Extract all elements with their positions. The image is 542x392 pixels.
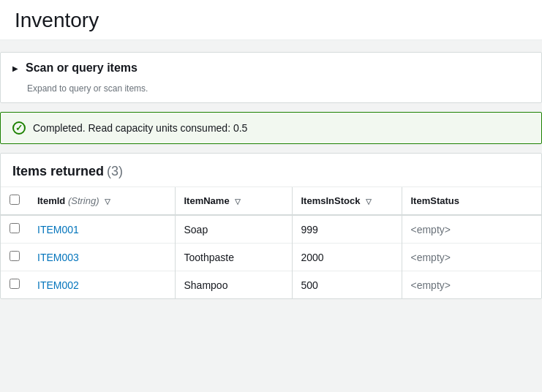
row-itemstatus: <empty> [402,215,541,244]
empty-value: <empty> [411,224,451,235]
scan-panel: ▶ Scan or query items Expand to query or… [0,52,542,103]
content-area: ▶ Scan or query items Expand to query or… [0,40,542,311]
col-header-itemid: ItemId (String) ▽ [29,187,175,215]
items-title: Items returned [12,164,104,178]
row-checkbox-0[interactable] [10,223,20,233]
page-title: Inventory [15,9,527,32]
empty-value: <empty> [411,252,451,263]
items-header: Items returned (3) [1,154,541,187]
expand-icon: ▶ [12,64,18,72]
select-all-checkbox[interactable] [10,195,20,205]
table-row: ITEM002Shampoo500<empty> [1,271,541,299]
col-type-itemid: (String) [68,195,99,206]
status-panel: ✓ Completed. Read capacity units consume… [0,112,542,144]
scan-panel-subtitle: Expand to query or scan items. [1,83,541,102]
row-checkbox-cell [1,215,29,244]
col-header-itemstatus: ItemStatus [402,187,541,215]
row-itemname: Shampoo [175,271,292,299]
row-itemname: Toothpaste [175,244,292,271]
scan-panel-header[interactable]: ▶ Scan or query items [1,53,541,83]
row-itemstatus: <empty> [402,244,541,271]
sort-icon-itemid[interactable]: ▽ [105,197,110,206]
row-itemsinstock: 999 [292,215,402,244]
row-itemstatus: <empty> [402,271,541,299]
item-link-ITEM001[interactable]: ITEM001 [37,224,79,235]
table-body: ITEM001Soap999<empty>ITEM003Toothpaste20… [1,215,541,298]
col-header-itemsinstock: ItemsInStock ▽ [292,187,402,215]
row-checkbox-cell [1,271,29,299]
item-link-ITEM003[interactable]: ITEM003 [37,252,79,263]
items-panel: Items returned (3) ItemId (String) ▽ [0,153,542,299]
row-itemsinstock: 500 [292,271,402,299]
item-link-ITEM002[interactable]: ITEM002 [37,279,79,291]
items-count: (3) [107,164,123,178]
row-checkbox-1[interactable] [10,251,20,261]
table-wrapper: ItemId (String) ▽ ItemName ▽ ItemsInStoc… [1,187,541,298]
status-text: Completed. Read capacity units consumed:… [33,122,247,134]
items-table: ItemId (String) ▽ ItemName ▽ ItemsInStoc… [1,187,541,298]
page-header: Inventory [0,0,542,40]
col-header-itemname: ItemName ▽ [175,187,292,215]
row-checkbox-2[interactable] [10,279,20,289]
sort-icon-itemname[interactable]: ▽ [235,197,241,206]
row-itemid: ITEM002 [29,271,175,299]
scan-panel-title: Scan or query items [26,61,138,75]
sort-icon-itemsinstock[interactable]: ▽ [366,197,372,206]
table-row: ITEM003Toothpaste2000<empty> [1,244,541,271]
row-checkbox-cell [1,244,29,271]
table-header-row: ItemId (String) ▽ ItemName ▽ ItemsInStoc… [1,187,541,215]
row-itemid: ITEM001 [29,215,175,244]
col-header-checkbox [1,187,29,215]
empty-value: <empty> [411,279,451,291]
row-itemname: Soap [175,215,292,244]
row-itemsinstock: 2000 [292,244,402,271]
row-itemid: ITEM003 [29,244,175,271]
status-icon: ✓ [12,121,26,135]
table-row: ITEM001Soap999<empty> [1,215,541,244]
